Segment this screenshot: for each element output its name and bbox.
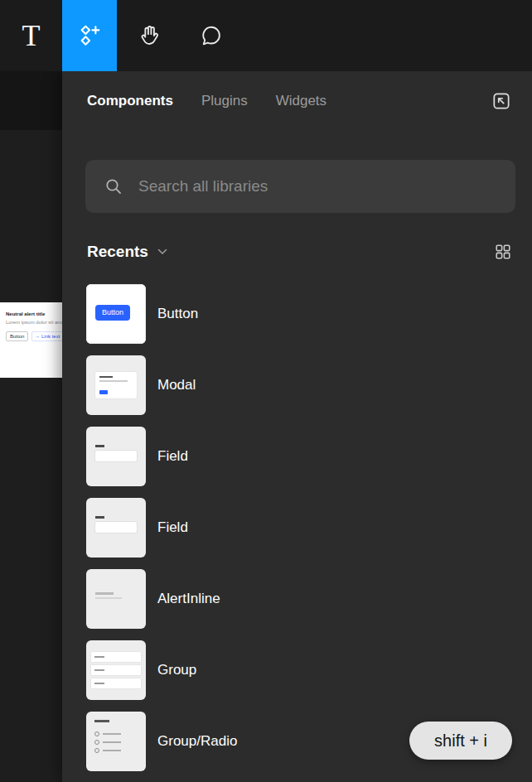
component-name: Button	[157, 306, 198, 322]
search-input[interactable]	[138, 177, 497, 196]
list-item-button[interactable]: Button Button	[86, 284, 532, 344]
component-name: Group	[157, 662, 196, 678]
alert-card-body: Lorem ipsum dolor sit amet consect	[6, 319, 60, 326]
tab-plugins[interactable]: Plugins	[201, 93, 248, 109]
search-icon	[104, 176, 123, 196]
pop-out-button[interactable]	[487, 87, 515, 115]
insert-panel: Components Plugins Widgets Recents	[62, 71, 532, 782]
thumb-decoration	[99, 376, 113, 378]
thumb-decoration	[94, 748, 128, 753]
component-name: AlertInline	[157, 591, 220, 607]
text-tool-button[interactable]: T	[0, 0, 62, 71]
component-plus-icon	[76, 22, 103, 49]
component-name: Group/Radio	[157, 733, 237, 750]
component-name: Modal	[157, 377, 196, 393]
thumb-decoration	[94, 740, 128, 745]
assets-tool-button[interactable]	[62, 0, 117, 71]
alert-card-actions: Button → Link text	[6, 331, 60, 341]
canvas-area: Neutral alert title Lorem ipsum dolor si…	[0, 71, 62, 782]
thumbnail-button: Button	[86, 284, 146, 344]
thumb-decoration	[95, 592, 114, 595]
list-item-alertinline[interactable]: AlertInline	[86, 569, 532, 629]
list-item-field[interactable]: Field	[86, 427, 532, 486]
recents-title: Recents	[87, 243, 148, 261]
thumb-decoration	[95, 372, 137, 398]
thumbnail-field	[86, 498, 146, 558]
hand-icon	[138, 23, 162, 48]
text-tool-icon: T	[22, 21, 41, 51]
search-bar[interactable]	[85, 160, 515, 213]
thumb-decoration	[94, 720, 109, 722]
thumb-decoration	[95, 445, 104, 447]
canvas-frame-band	[0, 71, 62, 130]
comment-tool-button[interactable]	[183, 0, 239, 71]
thumb-decoration	[95, 516, 104, 519]
alert-card-button: Button	[6, 331, 28, 341]
recents-list: Button Button Modal Field	[86, 284, 532, 782]
shortcut-hint-badge: shift + i	[409, 722, 512, 760]
tab-components[interactable]: Components	[87, 93, 173, 109]
thumb-decoration	[99, 390, 108, 394]
alert-card-link: → Link text	[31, 331, 62, 341]
recents-header: Recents	[87, 243, 512, 261]
thumbnail-modal	[86, 355, 146, 415]
thumb-decoration	[95, 451, 137, 461]
thumbnail-alertinline	[86, 569, 146, 629]
thumbnail-group-radio	[86, 712, 146, 771]
list-item-group[interactable]: Group	[86, 640, 532, 700]
canvas-alert-card[interactable]: Neutral alert title Lorem ipsum dolor si…	[0, 302, 62, 378]
tab-widgets[interactable]: Widgets	[276, 93, 326, 109]
chevron-down-icon[interactable]	[157, 249, 167, 255]
grid-icon	[494, 243, 512, 261]
thumb-decoration	[91, 678, 141, 688]
component-name: Field	[157, 448, 188, 465]
arrow-out-top-left-icon	[491, 90, 512, 112]
thumb-decoration	[95, 597, 122, 599]
comment-bubble-icon	[199, 23, 224, 48]
list-item-modal[interactable]: Modal	[86, 355, 532, 415]
thumb-decoration	[99, 380, 128, 382]
panel-tabs: Components Plugins Widgets	[62, 71, 532, 131]
hand-tool-button[interactable]	[117, 0, 183, 71]
toolbar: T	[0, 0, 532, 71]
thumb-decoration	[95, 522, 137, 533]
thumb-button-preview: Button	[95, 305, 130, 321]
grid-view-toggle[interactable]	[494, 243, 512, 261]
list-item-field[interactable]: Field	[86, 498, 532, 558]
thumb-decoration	[91, 665, 141, 675]
alert-card-title: Neutral alert title	[6, 311, 60, 316]
component-name: Field	[157, 519, 188, 536]
thumb-decoration	[94, 731, 128, 736]
thumb-decoration	[91, 652, 141, 662]
thumbnail-group	[86, 640, 146, 700]
thumbnail-field	[86, 427, 146, 486]
